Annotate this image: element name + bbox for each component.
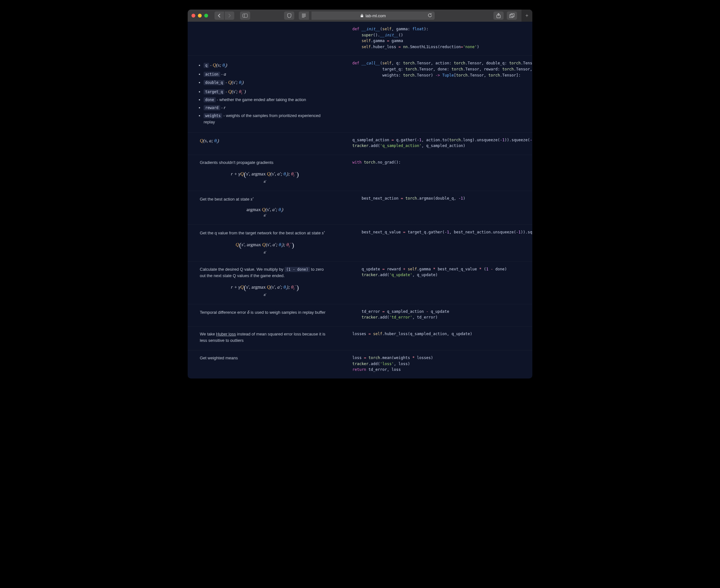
- chevron-right-icon: [227, 14, 232, 18]
- new-tab-button[interactable]: +: [521, 9, 532, 22]
- svg-rect-0: [243, 14, 248, 18]
- code-block: best_next_q_value = target_q.gather(-1, …: [336, 225, 532, 261]
- inline-code: (1 - done): [285, 267, 310, 272]
- math-expr: r + γQ(s′, argmax Q(s′, a′; θi); θi−): [231, 285, 299, 290]
- param-var: q: [204, 63, 209, 68]
- math-subscript: a′: [200, 292, 330, 297]
- param-item: weights - weights of the samples from pr…: [204, 112, 330, 125]
- section-q-sampled: Q(s, a; θi) q_sampled_action = q.gather(…: [188, 132, 532, 155]
- svg-rect-9: [511, 14, 515, 17]
- code-block: loss = torch.mean(weights * losses)track…: [336, 351, 532, 378]
- code-block: best_next_action = torch.argmax(double_q…: [336, 191, 532, 225]
- math-expr: argmax Q(s′, a′; θi): [246, 207, 283, 212]
- math-expr: r + γQ(s′, argmax Q(s′, a′; θi); θi−): [231, 171, 299, 176]
- huber-loss-link[interactable]: Huber loss: [216, 332, 236, 336]
- share-button[interactable]: [494, 12, 504, 20]
- section-td-error: Temporal difference error δ is used to w…: [188, 304, 532, 326]
- section-loss: Get weighted means loss = torch.mean(wei…: [188, 350, 532, 378]
- sidebar-toggle-button[interactable]: [240, 12, 250, 20]
- section-best-q: Get the q value from the target network …: [188, 225, 532, 261]
- section-no-grad: Gradients shouldn't propagate gradients …: [188, 155, 532, 191]
- param-var: reward: [204, 105, 220, 110]
- param-desc: - whether the game ended after taking th…: [216, 97, 306, 102]
- reload-icon: [428, 13, 432, 18]
- param-var: double_q: [204, 80, 224, 85]
- lock-icon: [360, 14, 363, 18]
- annotated-source: def __init__(self, gamma: float): super(…: [188, 22, 532, 378]
- param-item: double_q - Q(s′; θi): [204, 79, 330, 87]
- math-subscript: a′: [200, 179, 330, 184]
- math-expr: Q(s′, argmax Q(s′, a′; θi); θi−): [236, 242, 294, 247]
- doc-text: is used to weigh samples in replay buffe…: [249, 310, 325, 315]
- doc-text: Get the best action at state: [200, 197, 251, 202]
- reader-icon: [302, 14, 306, 18]
- reload-button[interactable]: [428, 13, 432, 19]
- math-subscript: a′: [200, 250, 330, 255]
- share-icon: [496, 13, 501, 18]
- chevron-left-icon: [217, 14, 221, 18]
- param-var: weights: [204, 113, 222, 118]
- minimize-window-button[interactable]: [198, 14, 202, 18]
- math-expr: Q(s, a; θi): [200, 138, 219, 143]
- section-call-signature: q - Q(s; θi)action - adouble_q - Q(s′; θ…: [188, 56, 532, 132]
- math-inline: s′: [322, 230, 324, 235]
- address-bar[interactable]: lab-ml.com: [312, 12, 435, 20]
- plus-icon: +: [525, 13, 528, 19]
- code-block: q_update = reward + self.gamma * best_ne…: [336, 262, 532, 304]
- section-best-action: Get the best action at state s′ argmax Q…: [188, 191, 532, 225]
- section-huber: We take Huber loss instead of mean squar…: [188, 326, 532, 350]
- tabs-icon: [509, 14, 515, 18]
- doc-text: Get weighted means: [200, 355, 330, 361]
- code-block: q_sampled_action = q.gather(-1, action.t…: [336, 133, 532, 155]
- param-list: q - Q(s; θi)action - adouble_q - Q(s′; θ…: [198, 62, 330, 125]
- tabs-overview-button[interactable]: [507, 12, 517, 20]
- doc-text: Calculate the desired Q value. We multip…: [200, 267, 285, 272]
- shield-icon: [287, 14, 292, 18]
- param-desc: -: [224, 80, 228, 85]
- doc-text: Temporal difference error: [200, 310, 247, 315]
- code-block: losses = self.huber_loss(q_sampled_actio…: [336, 327, 532, 350]
- param-math: r: [224, 105, 226, 110]
- forward-button[interactable]: [225, 12, 234, 20]
- math-subscript: a′: [200, 213, 330, 218]
- param-item: done - whether the game ended after taki…: [204, 97, 330, 103]
- param-math: a: [224, 71, 226, 77]
- url-host: lab-ml.com: [365, 14, 386, 18]
- param-desc: -: [220, 105, 224, 110]
- param-math: Q(s′; θi−): [228, 89, 246, 94]
- window-controls: [192, 14, 208, 18]
- param-desc: -: [209, 63, 213, 68]
- zoom-window-button[interactable]: [204, 14, 208, 18]
- code-block: td_error = q_sampled_action - q_update t…: [336, 304, 532, 326]
- code-block: with torch.no_grad():: [336, 155, 532, 191]
- param-item: q - Q(s; θi): [204, 62, 330, 69]
- titlebar: lab-ml.com +: [188, 9, 532, 22]
- doc-text: Get the q value from the target network …: [200, 231, 322, 235]
- param-desc: -: [224, 89, 228, 94]
- browser-window: lab-ml.com + def __init__(self, gamma: f…: [188, 9, 532, 378]
- param-item: action - a: [204, 70, 330, 78]
- param-item: target_q - Q(s′; θi−): [204, 88, 330, 96]
- param-var: target_q: [204, 89, 224, 94]
- section-init: def __init__(self, gamma: float): super(…: [188, 22, 532, 56]
- close-window-button[interactable]: [192, 14, 195, 18]
- back-button[interactable]: [215, 12, 224, 20]
- param-item: reward - r: [204, 104, 330, 111]
- privacy-report-button[interactable]: [284, 12, 294, 20]
- svg-rect-8: [510, 15, 513, 18]
- param-math: Q(s; θi): [213, 63, 227, 68]
- code-block: def __init__(self, gamma: float): super(…: [336, 22, 532, 56]
- param-desc: -: [220, 72, 224, 77]
- math-inline: s′: [251, 196, 254, 202]
- section-q-update: Calculate the desired Q value. We multip…: [188, 261, 532, 304]
- code-block: def __call__(self, q: torch.Tensor, acti…: [336, 56, 532, 132]
- doc-text: Gradients shouldn't propagate gradients: [200, 160, 330, 166]
- reader-mode-button[interactable]: [299, 12, 309, 20]
- param-math: Q(s′; θi): [228, 80, 244, 85]
- doc-text: We take: [200, 332, 216, 336]
- param-var: action: [204, 72, 220, 77]
- math-inline: δ: [247, 310, 249, 315]
- sidebar-icon: [243, 14, 248, 18]
- svg-rect-6: [361, 15, 363, 17]
- param-var: done: [204, 97, 216, 102]
